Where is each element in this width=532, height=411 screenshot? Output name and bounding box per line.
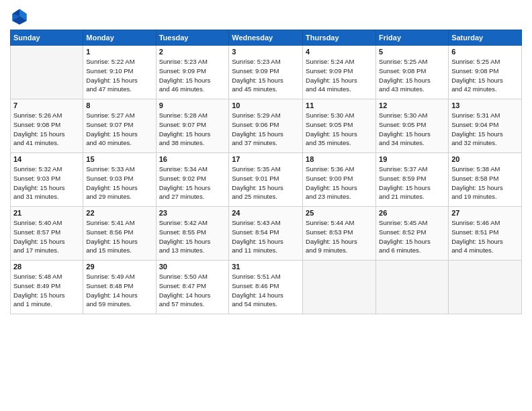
day-info: Sunrise: 5:34 AM Sunset: 9:02 PM Dayligh…	[159, 165, 226, 201]
day-info: Sunrise: 5:24 AM Sunset: 9:09 PM Dayligh…	[306, 57, 373, 94]
day-info: Sunrise: 5:26 AM Sunset: 9:08 PM Dayligh…	[13, 111, 80, 148]
day-cell: 4Sunrise: 5:24 AM Sunset: 9:09 PM Daylig…	[303, 46, 376, 99]
weekday-header-row: SundayMondayTuesdayWednesdayThursdayFrid…	[11, 30, 522, 46]
day-info: Sunrise: 5:37 AM Sunset: 8:59 PM Dayligh…	[379, 165, 445, 201]
day-info: Sunrise: 5:25 AM Sunset: 9:08 PM Dayligh…	[379, 57, 445, 94]
day-info: Sunrise: 5:44 AM Sunset: 8:53 PM Dayligh…	[306, 218, 373, 255]
day-info: Sunrise: 5:42 AM Sunset: 8:55 PM Dayligh…	[159, 218, 226, 255]
day-number: 26	[379, 209, 445, 217]
day-cell: 17Sunrise: 5:35 AM Sunset: 9:01 PM Dayli…	[229, 153, 303, 207]
day-number: 21	[13, 209, 80, 217]
day-info: Sunrise: 5:43 AM Sunset: 8:54 PM Dayligh…	[232, 218, 300, 255]
day-number: 9	[159, 101, 226, 109]
day-info: Sunrise: 5:30 AM Sunset: 9:05 PM Dayligh…	[379, 111, 445, 148]
day-cell: 12Sunrise: 5:30 AM Sunset: 9:05 PM Dayli…	[376, 99, 449, 153]
day-number: 16	[159, 155, 226, 163]
day-info: Sunrise: 5:49 AM Sunset: 8:48 PM Dayligh…	[86, 272, 152, 309]
day-number: 23	[159, 209, 226, 217]
day-number: 5	[379, 48, 445, 56]
weekday-friday: Friday	[376, 30, 449, 46]
day-cell: 16Sunrise: 5:34 AM Sunset: 9:02 PM Dayli…	[156, 153, 229, 207]
day-info: Sunrise: 5:36 AM Sunset: 9:00 PM Dayligh…	[306, 165, 373, 201]
day-info: Sunrise: 5:23 AM Sunset: 9:09 PM Dayligh…	[159, 57, 226, 94]
logo	[10, 7, 32, 26]
day-number: 8	[86, 101, 152, 109]
day-number: 20	[451, 155, 519, 163]
day-number: 30	[159, 263, 226, 271]
day-cell: 20Sunrise: 5:38 AM Sunset: 8:58 PM Dayli…	[449, 153, 522, 207]
logo-icon	[10, 7, 29, 26]
day-cell: 14Sunrise: 5:32 AM Sunset: 9:03 PM Dayli…	[11, 153, 83, 207]
day-info: Sunrise: 5:27 AM Sunset: 9:07 PM Dayligh…	[86, 111, 152, 148]
day-number: 3	[232, 48, 300, 56]
day-cell: 1Sunrise: 5:22 AM Sunset: 9:10 PM Daylig…	[83, 46, 156, 99]
day-number: 4	[306, 48, 373, 56]
day-cell: 13Sunrise: 5:31 AM Sunset: 9:04 PM Dayli…	[449, 99, 522, 153]
week-row-5: 28Sunrise: 5:48 AM Sunset: 8:49 PM Dayli…	[11, 261, 522, 314]
day-number: 29	[86, 263, 152, 271]
day-cell: 30Sunrise: 5:50 AM Sunset: 8:47 PM Dayli…	[156, 261, 229, 314]
day-cell: 2Sunrise: 5:23 AM Sunset: 9:09 PM Daylig…	[156, 46, 229, 99]
day-cell: 3Sunrise: 5:23 AM Sunset: 9:09 PM Daylig…	[229, 46, 303, 99]
weekday-sunday: Sunday	[11, 30, 83, 46]
day-number: 17	[232, 155, 300, 163]
weekday-saturday: Saturday	[449, 30, 522, 46]
day-cell: 21Sunrise: 5:40 AM Sunset: 8:57 PM Dayli…	[11, 207, 83, 261]
day-number: 18	[306, 155, 373, 163]
day-number: 12	[379, 101, 445, 109]
week-row-2: 7Sunrise: 5:26 AM Sunset: 9:08 PM Daylig…	[11, 99, 522, 153]
day-cell: 7Sunrise: 5:26 AM Sunset: 9:08 PM Daylig…	[11, 99, 83, 153]
weekday-thursday: Thursday	[303, 30, 376, 46]
day-number: 22	[86, 209, 152, 217]
day-number: 27	[451, 209, 519, 217]
week-row-1: 1Sunrise: 5:22 AM Sunset: 9:10 PM Daylig…	[11, 46, 522, 99]
day-info: Sunrise: 5:38 AM Sunset: 8:58 PM Dayligh…	[451, 165, 519, 201]
day-cell	[303, 261, 376, 314]
day-cell: 11Sunrise: 5:30 AM Sunset: 9:05 PM Dayli…	[303, 99, 376, 153]
day-number: 28	[13, 263, 80, 271]
day-info: Sunrise: 5:46 AM Sunset: 8:51 PM Dayligh…	[451, 218, 519, 255]
day-info: Sunrise: 5:40 AM Sunset: 8:57 PM Dayligh…	[13, 218, 80, 255]
day-info: Sunrise: 5:48 AM Sunset: 8:49 PM Dayligh…	[13, 272, 80, 309]
day-cell: 23Sunrise: 5:42 AM Sunset: 8:55 PM Dayli…	[156, 207, 229, 261]
day-cell: 25Sunrise: 5:44 AM Sunset: 8:53 PM Dayli…	[303, 207, 376, 261]
weekday-tuesday: Tuesday	[156, 30, 229, 46]
day-number: 1	[86, 48, 152, 56]
day-cell: 28Sunrise: 5:48 AM Sunset: 8:49 PM Dayli…	[11, 261, 83, 314]
week-row-3: 14Sunrise: 5:32 AM Sunset: 9:03 PM Dayli…	[11, 153, 522, 207]
day-cell: 18Sunrise: 5:36 AM Sunset: 9:00 PM Dayli…	[303, 153, 376, 207]
day-info: Sunrise: 5:29 AM Sunset: 9:06 PM Dayligh…	[232, 111, 300, 148]
header	[10, 7, 522, 26]
day-cell: 6Sunrise: 5:25 AM Sunset: 9:08 PM Daylig…	[449, 46, 522, 99]
day-info: Sunrise: 5:45 AM Sunset: 8:52 PM Dayligh…	[379, 218, 445, 255]
day-info: Sunrise: 5:25 AM Sunset: 9:08 PM Dayligh…	[451, 57, 519, 94]
calendar-table: SundayMondayTuesdayWednesdayThursdayFrid…	[10, 30, 522, 314]
day-cell	[11, 46, 83, 99]
day-number: 7	[13, 101, 80, 109]
day-info: Sunrise: 5:33 AM Sunset: 9:03 PM Dayligh…	[86, 165, 152, 201]
weekday-wednesday: Wednesday	[229, 30, 303, 46]
day-cell: 15Sunrise: 5:33 AM Sunset: 9:03 PM Dayli…	[83, 153, 156, 207]
day-number: 19	[379, 155, 445, 163]
day-number: 24	[232, 209, 300, 217]
day-cell: 26Sunrise: 5:45 AM Sunset: 8:52 PM Dayli…	[376, 207, 449, 261]
day-number: 25	[306, 209, 373, 217]
day-number: 6	[451, 48, 519, 56]
day-cell: 31Sunrise: 5:51 AM Sunset: 8:46 PM Dayli…	[229, 261, 303, 314]
day-cell: 5Sunrise: 5:25 AM Sunset: 9:08 PM Daylig…	[376, 46, 449, 99]
day-info: Sunrise: 5:32 AM Sunset: 9:03 PM Dayligh…	[13, 165, 80, 201]
day-number: 2	[159, 48, 226, 56]
weekday-monday: Monday	[83, 30, 156, 46]
day-cell: 24Sunrise: 5:43 AM Sunset: 8:54 PM Dayli…	[229, 207, 303, 261]
day-cell: 10Sunrise: 5:29 AM Sunset: 9:06 PM Dayli…	[229, 99, 303, 153]
day-number: 14	[13, 155, 80, 163]
day-number: 31	[232, 263, 300, 271]
day-info: Sunrise: 5:51 AM Sunset: 8:46 PM Dayligh…	[232, 272, 300, 309]
day-cell: 27Sunrise: 5:46 AM Sunset: 8:51 PM Dayli…	[449, 207, 522, 261]
week-row-4: 21Sunrise: 5:40 AM Sunset: 8:57 PM Dayli…	[11, 207, 522, 261]
day-cell: 8Sunrise: 5:27 AM Sunset: 9:07 PM Daylig…	[83, 99, 156, 153]
day-info: Sunrise: 5:31 AM Sunset: 9:04 PM Dayligh…	[451, 111, 519, 148]
page-container: SundayMondayTuesdayWednesdayThursdayFrid…	[0, 0, 532, 321]
day-info: Sunrise: 5:23 AM Sunset: 9:09 PM Dayligh…	[232, 57, 300, 94]
day-info: Sunrise: 5:28 AM Sunset: 9:07 PM Dayligh…	[159, 111, 226, 148]
